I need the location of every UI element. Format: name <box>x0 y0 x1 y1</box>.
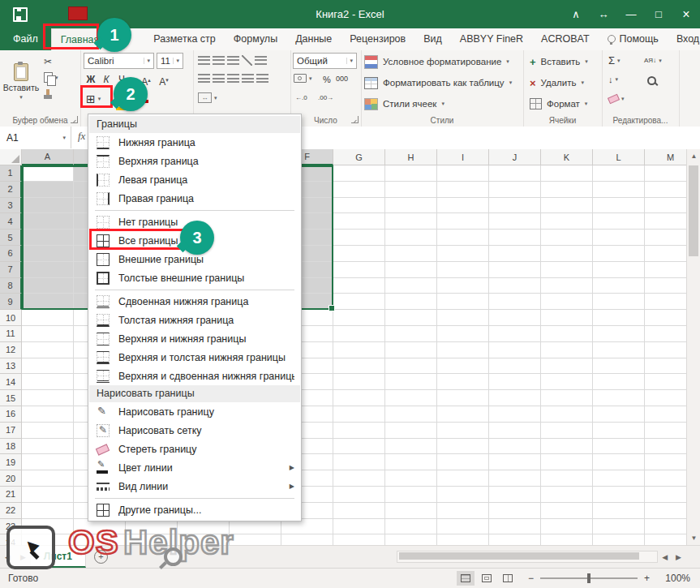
sort-filter-button[interactable]: АЯ↓ ▾ <box>644 57 662 64</box>
dialog-launcher-icon[interactable] <box>71 116 78 123</box>
tab-data[interactable]: Данные <box>286 28 341 50</box>
cell-G8[interactable] <box>333 278 385 294</box>
cell-H9[interactable] <box>385 294 437 310</box>
cell-H11[interactable] <box>385 326 437 342</box>
number-format-combo[interactable]: Общий ▾ <box>293 53 357 69</box>
cell-A20[interactable] <box>22 470 74 487</box>
cell-K13[interactable] <box>541 358 593 375</box>
cell-G22[interactable] <box>333 503 385 519</box>
cell-B24[interactable] <box>74 534 126 545</box>
cell-A19[interactable] <box>22 454 74 470</box>
delete-cells-button[interactable]: Удалить ▾ <box>530 74 584 92</box>
cell-G3[interactable] <box>333 198 385 214</box>
cell-L10[interactable] <box>593 310 645 326</box>
cell-G19[interactable] <box>333 454 385 470</box>
align-center-icon[interactable] <box>213 74 225 83</box>
cell-A2[interactable] <box>22 182 74 198</box>
cell-A22[interactable] <box>22 503 74 519</box>
row-header-7[interactable]: 7 <box>0 262 22 278</box>
cell-G14[interactable] <box>333 374 385 390</box>
conditional-formatting-button[interactable]: Условное форматирование ▾ <box>364 53 509 71</box>
cell-G15[interactable] <box>333 390 385 406</box>
cell-K12[interactable] <box>541 342 593 358</box>
cell-styles-button[interactable]: Стили ячеек ▾ <box>364 95 444 113</box>
cell-A23[interactable] <box>22 519 74 535</box>
cell-H2[interactable] <box>385 182 437 198</box>
resize-icon[interactable]: ↔ <box>590 0 617 28</box>
cell-L15[interactable] <box>593 390 645 406</box>
insert-cells-button[interactable]: Вставить ▾ <box>530 53 588 71</box>
row-header-17[interactable]: 17 <box>0 423 22 439</box>
cell-J19[interactable] <box>489 454 541 470</box>
cell-I24[interactable] <box>437 534 489 545</box>
cell-I3[interactable] <box>437 198 489 214</box>
row-header-2[interactable]: 2 <box>0 182 22 198</box>
cell-L12[interactable] <box>593 342 645 358</box>
tab-layout[interactable]: Разметка стр <box>144 28 224 50</box>
cell-L14[interactable] <box>593 374 645 390</box>
cell-L1[interactable] <box>593 165 645 182</box>
cell-J22[interactable] <box>489 503 541 519</box>
format-painter-button[interactable] <box>44 89 49 95</box>
cell-I23[interactable] <box>437 519 489 535</box>
cell-J3[interactable] <box>489 198 541 214</box>
cell-I22[interactable] <box>437 503 489 519</box>
paste-button[interactable]: Вставить ▾ <box>2 53 40 111</box>
tab-signin[interactable]: Вход <box>668 28 700 50</box>
clear-button[interactable]: ▾ <box>608 96 625 102</box>
cell-M8[interactable] <box>645 278 686 294</box>
cell-H6[interactable] <box>385 246 437 262</box>
cell-I19[interactable] <box>437 454 489 470</box>
menu-item-border-left[interactable]: Левая граница <box>88 170 301 189</box>
cell-I21[interactable] <box>437 487 489 503</box>
comma-style-button[interactable]: 000 <box>336 75 348 83</box>
cell-J6[interactable] <box>489 246 541 262</box>
cell-A24[interactable] <box>22 534 74 545</box>
scroll-down-icon[interactable]: ▼ <box>687 531 700 545</box>
fx-icon[interactable]: fx <box>78 130 85 143</box>
cell-G11[interactable] <box>333 326 385 342</box>
cell-G1[interactable] <box>333 165 385 182</box>
cell-H24[interactable] <box>385 534 437 545</box>
cell-K5[interactable] <box>541 230 593 246</box>
cell-M12[interactable] <box>645 342 686 358</box>
cell-L3[interactable] <box>593 198 645 214</box>
column-header-H[interactable]: H <box>385 149 437 165</box>
cell-I8[interactable] <box>437 278 489 294</box>
copy-button[interactable]: ▾ <box>44 72 58 83</box>
cell-I15[interactable] <box>437 390 489 406</box>
cell-K21[interactable] <box>541 487 593 503</box>
cell-J5[interactable] <box>489 230 541 246</box>
vertical-scrollbar[interactable]: ▲ ▼ <box>686 149 700 545</box>
cell-M9[interactable] <box>645 294 686 310</box>
cell-M21[interactable] <box>645 487 686 503</box>
cell-A17[interactable] <box>22 423 74 439</box>
cell-M18[interactable] <box>645 439 686 455</box>
menu-item-border-top-double-bottom[interactable]: Верхняя и сдвоенная нижняя границы <box>88 367 301 385</box>
cell-M10[interactable] <box>645 310 686 326</box>
maximize-button[interactable]: □ <box>645 0 672 28</box>
column-header-I[interactable]: I <box>437 149 489 165</box>
cell-K15[interactable] <box>541 390 593 406</box>
cell-J21[interactable] <box>489 487 541 503</box>
menu-item-border-thick-bottom[interactable]: Толстая нижняя граница <box>88 311 301 329</box>
cell-K10[interactable] <box>541 310 593 326</box>
align-right-icon[interactable] <box>227 74 239 83</box>
decrease-decimal-button[interactable] <box>318 94 333 101</box>
cell-I1[interactable] <box>437 165 489 182</box>
cut-button[interactable]: ✂ <box>44 56 52 67</box>
cell-A11[interactable] <box>22 326 74 342</box>
cell-D24[interactable] <box>178 534 230 545</box>
menu-item-border-double-bottom[interactable]: Сдвоенная нижняя граница <box>88 292 301 311</box>
increase-decimal-button[interactable] <box>295 94 307 101</box>
cell-H13[interactable] <box>385 358 437 375</box>
cell-I6[interactable] <box>437 246 489 262</box>
cell-K2[interactable] <box>541 182 593 198</box>
align-left-icon[interactable] <box>198 74 210 83</box>
cell-G16[interactable] <box>333 406 385 423</box>
cell-L21[interactable] <box>593 487 645 503</box>
cell-J10[interactable] <box>489 310 541 326</box>
cell-J17[interactable] <box>489 423 541 439</box>
select-all-corner[interactable] <box>0 149 22 165</box>
cell-L13[interactable] <box>593 358 645 375</box>
